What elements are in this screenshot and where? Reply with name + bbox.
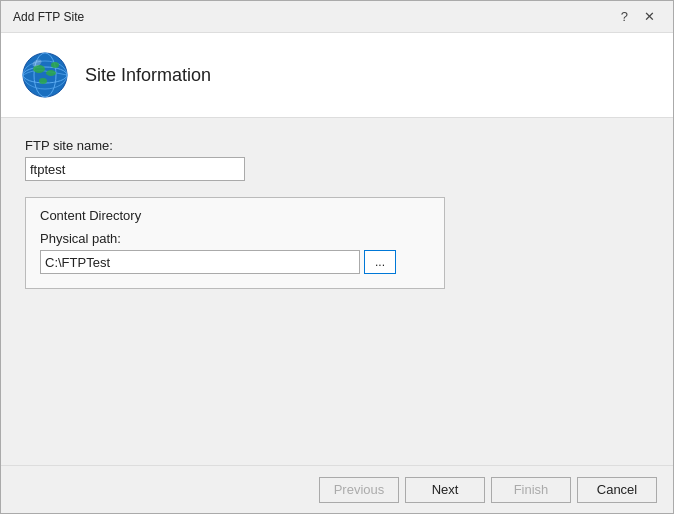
close-button[interactable]: ✕	[638, 7, 661, 26]
header: Site Information	[1, 33, 673, 118]
physical-path-input[interactable]	[40, 250, 360, 274]
content: FTP site name: Content Directory Physica…	[1, 118, 673, 465]
physical-path-label: Physical path:	[40, 231, 430, 246]
svg-point-6	[39, 78, 47, 84]
content-directory-section: Content Directory Physical path: ...	[25, 197, 445, 289]
svg-point-5	[46, 70, 56, 76]
cancel-button[interactable]: Cancel	[577, 477, 657, 503]
finish-button[interactable]: Finish	[491, 477, 571, 503]
site-name-label: FTP site name:	[25, 138, 649, 153]
title-bar: Add FTP Site ? ✕	[1, 1, 673, 33]
globe-icon	[21, 51, 69, 99]
path-row: ...	[40, 250, 430, 274]
title-bar-left: Add FTP Site	[13, 10, 84, 24]
previous-button[interactable]: Previous	[319, 477, 399, 503]
dialog: Add FTP Site ? ✕ Site Infor	[0, 0, 674, 514]
footer: Previous Next Finish Cancel	[1, 465, 673, 513]
help-button[interactable]: ?	[615, 7, 634, 26]
site-name-input[interactable]	[25, 157, 245, 181]
dialog-title: Add FTP Site	[13, 10, 84, 24]
title-bar-buttons: ? ✕	[615, 7, 661, 26]
next-button[interactable]: Next	[405, 477, 485, 503]
content-directory-label: Content Directory	[40, 208, 430, 223]
browse-button[interactable]: ...	[364, 250, 396, 274]
svg-point-0	[23, 53, 67, 97]
svg-point-7	[51, 62, 59, 68]
page-title: Site Information	[85, 65, 211, 86]
